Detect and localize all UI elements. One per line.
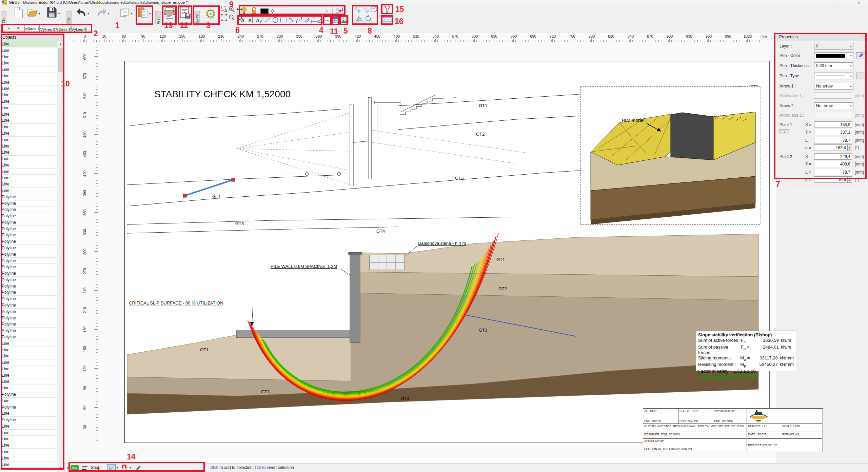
text-tool[interactable]: A xyxy=(239,16,246,24)
list-item[interactable]: Polyline xyxy=(0,245,57,251)
zoom-all-button[interactable] xyxy=(221,14,227,21)
list-item[interactable]: Polyline xyxy=(0,232,57,238)
layer-lock-toggle[interactable] xyxy=(251,7,257,15)
list-item[interactable]: Line xyxy=(0,60,57,66)
list-item[interactable]: Polyline xyxy=(0,417,57,423)
snap-dropdown-caret[interactable]: ▾ xyxy=(117,466,118,469)
undo-dropdown-caret[interactable]: ▾ xyxy=(87,12,89,15)
copy-dropdown-caret[interactable]: ▾ xyxy=(131,12,133,15)
text-edit-tool[interactable]: A xyxy=(247,16,255,24)
scrollbar-thumb[interactable] xyxy=(58,48,63,72)
sketch-pen-icon[interactable] xyxy=(136,465,141,471)
list-item[interactable]: Polyline xyxy=(0,194,57,200)
list-item[interactable]: Polyline xyxy=(0,277,57,283)
angle-dimension-tool[interactable] xyxy=(317,16,324,23)
selection-handle[interactable] xyxy=(183,194,186,197)
redo-button[interactable] xyxy=(96,8,107,17)
spline-tool[interactable] xyxy=(296,17,302,23)
list-item[interactable]: Line xyxy=(0,385,57,391)
statusbar-grip-icon[interactable] xyxy=(65,466,70,470)
zoom-out-button[interactable] xyxy=(229,14,235,21)
sheet-tab-1[interactable]: Výkres 1 xyxy=(24,25,40,33)
list-item[interactable]: Line xyxy=(0,41,57,47)
list-item[interactable]: Line xyxy=(0,347,57,353)
point1-swap-button[interactable]: ↕ xyxy=(780,129,789,134)
undo-button[interactable] xyxy=(76,8,87,17)
text-leader-tool[interactable]: A xyxy=(256,16,263,24)
circle-tool[interactable] xyxy=(272,17,279,23)
list-item[interactable]: Polyline xyxy=(0,251,57,258)
arrow2-select[interactable]: No arrow▾ xyxy=(814,102,853,109)
point2-x-field[interactable] xyxy=(814,153,852,160)
list-item[interactable]: Line xyxy=(0,461,57,468)
list-item[interactable]: Line xyxy=(0,423,57,430)
cad-mode-toggle[interactable]: CAD xyxy=(71,465,79,470)
close-sheet-button[interactable]: × xyxy=(17,25,20,31)
insert-table-button[interactable] xyxy=(332,16,340,24)
scroll-up-icon[interactable]: ▲ xyxy=(58,42,63,45)
point2-l-field[interactable] xyxy=(814,169,852,175)
copy-objects-button[interactable] xyxy=(354,6,361,13)
array-3d-button[interactable] xyxy=(370,6,378,13)
list-item[interactable]: Polyline xyxy=(0,315,57,321)
list-item[interactable]: Polyline xyxy=(0,302,57,309)
list-item[interactable]: Line xyxy=(0,436,57,442)
list-item[interactable]: Line xyxy=(0,137,57,143)
layer-select-value[interactable]: 0 xyxy=(271,8,274,14)
add-sheet-button[interactable]: + xyxy=(7,25,11,31)
drawing-canvas[interactable]: 0306090120150180210240270300330360390420… xyxy=(64,33,776,463)
list-item[interactable]: Polyline xyxy=(0,219,57,226)
list-item[interactable]: Line xyxy=(0,169,57,175)
list-item[interactable]: Polyline xyxy=(0,283,57,290)
list-item[interactable]: Line xyxy=(0,47,57,54)
slope-hatch-tool[interactable] xyxy=(304,17,311,23)
point1-alpha-spinner[interactable]: ▲▼ xyxy=(848,144,852,151)
pen-color-select[interactable]: ▾ xyxy=(814,52,853,59)
list-item[interactable]: Line xyxy=(0,181,57,188)
list-item[interactable]: Line xyxy=(0,378,57,385)
list-item[interactable]: Polyline xyxy=(0,334,57,340)
apply-layer-button[interactable] xyxy=(335,6,344,15)
list-item[interactable]: Line xyxy=(0,117,57,124)
list-item[interactable]: Polyline xyxy=(0,321,57,328)
list-item[interactable]: Line xyxy=(0,188,57,194)
list-item[interactable]: Line xyxy=(0,85,57,92)
list-item[interactable]: Polyline xyxy=(0,213,57,219)
list-item[interactable]: Line xyxy=(0,359,57,366)
list-item[interactable]: Line xyxy=(0,79,57,86)
measure-button[interactable] xyxy=(383,16,392,22)
point2-alpha-spinner[interactable]: ▲▼ xyxy=(848,176,852,183)
list-item[interactable]: Line xyxy=(0,162,57,169)
zoom-window-button[interactable] xyxy=(221,6,228,13)
list-item[interactable]: Line xyxy=(0,149,57,156)
list-item[interactable]: Line xyxy=(0,156,57,162)
list-item[interactable]: Line xyxy=(0,143,57,150)
list-item[interactable]: Line xyxy=(0,111,57,118)
list-item[interactable]: Polyline xyxy=(0,238,57,245)
list-item[interactable]: Line xyxy=(0,340,57,347)
list-item[interactable]: Polyline xyxy=(0,296,57,302)
arc-tool[interactable] xyxy=(288,17,295,23)
point1-x-field[interactable] xyxy=(814,121,852,128)
print-button[interactable] xyxy=(163,7,176,19)
point1-y-field[interactable] xyxy=(814,129,852,135)
list-item[interactable]: Line xyxy=(0,54,57,60)
properties-collapse-button[interactable]: – xyxy=(862,34,864,39)
filter-button[interactable] xyxy=(384,5,391,14)
snap-mode-button[interactable] xyxy=(107,464,116,471)
list-item[interactable]: Line xyxy=(0,366,57,372)
scroll-down-icon[interactable]: ▼ xyxy=(58,466,63,469)
point1-alpha-field[interactable] xyxy=(814,144,848,151)
line-style-status-icon[interactable] xyxy=(81,465,88,471)
magnet-dropdown-caret[interactable]: ▾ xyxy=(130,466,131,469)
selection-handle[interactable] xyxy=(232,178,235,181)
sheet-tab-2[interactable]: Výkres 2 xyxy=(40,26,55,33)
layer-color-swatch[interactable] xyxy=(260,8,269,15)
list-item[interactable]: Line xyxy=(0,66,57,73)
list-item[interactable]: Line xyxy=(0,353,57,359)
list-item[interactable]: Polyline xyxy=(0,289,57,296)
layer-visibility-toggle[interactable] xyxy=(241,7,247,15)
list-item[interactable]: Line xyxy=(0,73,57,79)
drawing-settings-button[interactable]: ⚙ xyxy=(203,6,218,22)
mirror-button[interactable] xyxy=(355,15,362,23)
